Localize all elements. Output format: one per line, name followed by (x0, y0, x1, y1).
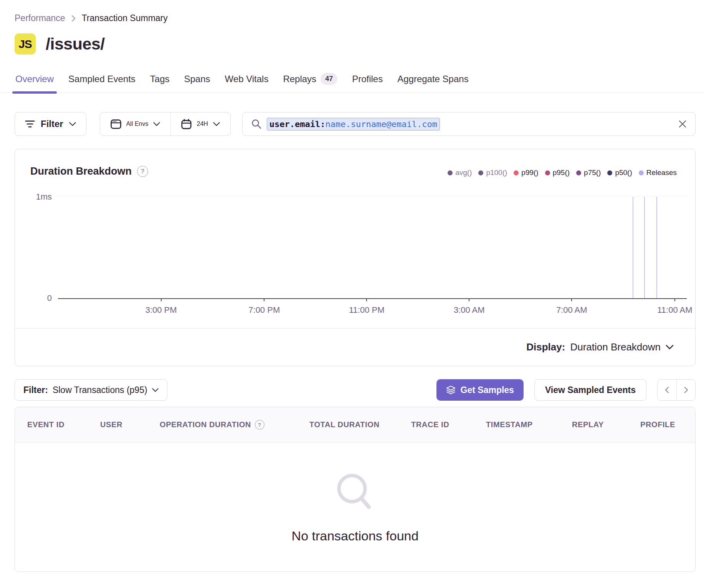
chevron-down-icon (152, 388, 159, 392)
column-label: PROFILE (640, 420, 675, 429)
table-empty-state: No transactions found (15, 443, 695, 571)
legend-dot (448, 170, 453, 175)
x-axis-label: 3:00 PM (145, 305, 177, 315)
tab-replays[interactable]: Replays 47 (282, 71, 338, 92)
legend-dot (514, 170, 519, 175)
search-query-token[interactable]: user.email:name.surname@email.com (267, 118, 440, 130)
tab-label: Tags (150, 74, 170, 84)
legend-label: p100() (486, 168, 507, 177)
page-title: /issues/ (46, 35, 105, 53)
breadcrumb-performance-link[interactable]: Performance (15, 13, 65, 23)
legend-item-releases[interactable]: Releases (639, 168, 677, 177)
tab-profiles[interactable]: Profiles (351, 71, 383, 92)
chevron-down-icon (153, 122, 160, 126)
tab-bar: Overview Sampled Events Tags Spans Web V… (0, 71, 704, 93)
tab-aggregate-spans[interactable]: Aggregate Spans (397, 71, 469, 92)
chevron-right-icon (684, 386, 688, 393)
legend-item-p95[interactable]: p95() (545, 168, 570, 177)
chart-legend: avg() p100() p99() p95() p75() p50() Rel… (448, 168, 677, 177)
layers-icon (446, 385, 456, 395)
search-input[interactable]: user.email:name.surname@email.com (242, 112, 696, 136)
legend-item-p75[interactable]: p75() (576, 168, 601, 177)
replays-count-badge: 47 (321, 73, 337, 85)
filter-controls-row: Filter All Envs (15, 112, 696, 136)
column-label: TOTAL DURATION (309, 420, 379, 429)
legend-item-p50[interactable]: p50() (607, 168, 632, 177)
transactions-table: EVENT ID USER OPERATION DURATION ? TOTAL… (15, 407, 696, 572)
search-token-key: user.email: (269, 119, 326, 129)
legend-item-p100[interactable]: p100() (478, 168, 507, 177)
column-label: TIMESTAMP (486, 420, 533, 429)
legend-item-p99[interactable]: p99() (514, 168, 538, 177)
get-samples-button[interactable]: Get Samples (436, 379, 524, 401)
table-header-row: EVENT ID USER OPERATION DURATION ? TOTAL… (15, 407, 695, 443)
search-icon (251, 119, 262, 129)
chart-plot-area[interactable]: 1ms 0 3:00 PM 7:00 PM 11:00 PM 3:00 AM 7… (58, 196, 687, 299)
calendar-icon (181, 119, 192, 129)
transaction-filter-selector[interactable]: Filter: Slow Transactions (p95) (15, 379, 167, 401)
legend-dot (639, 170, 644, 175)
filter-button[interactable]: Filter (15, 112, 86, 136)
window-icon (111, 119, 121, 129)
legend-item-avg[interactable]: avg() (448, 168, 472, 177)
legend-label: p95() (553, 168, 570, 177)
empty-search-icon (332, 471, 378, 517)
page-filter-group: All Envs 24H (100, 112, 231, 136)
release-marker-line[interactable] (633, 197, 633, 298)
x-axis-tick (161, 298, 162, 301)
column-label: REPLAY (572, 420, 604, 429)
chart-title: Duration Breakdown (30, 165, 132, 177)
operation-duration-help-icon[interactable]: ? (255, 420, 264, 429)
release-marker-line[interactable] (656, 197, 657, 298)
release-marker-line[interactable] (644, 197, 645, 298)
legend-label: avg() (455, 168, 472, 177)
empty-message: No transactions found (292, 529, 419, 543)
tab-web-vitals[interactable]: Web Vitals (224, 71, 269, 92)
column-header-profile: PROFILE (640, 420, 695, 429)
breadcrumb-current: Transaction Summary (82, 13, 168, 23)
tab-spans[interactable]: Spans (183, 71, 211, 92)
view-sampled-events-label: View Sampled Events (545, 385, 636, 395)
column-header-event-id: EVENT ID (27, 420, 100, 429)
date-range-value: 24H (197, 121, 208, 127)
display-selector[interactable]: Display: Duration Breakdown (526, 341, 674, 353)
legend-dot (607, 170, 612, 175)
tab-label: Spans (184, 74, 210, 84)
tab-label: Web Vitals (225, 74, 269, 84)
column-label: USER (100, 420, 122, 429)
x-axis-tick (366, 298, 367, 301)
tab-label: Profiles (352, 74, 383, 84)
filter-lines-icon (25, 120, 35, 128)
chevron-down-icon (666, 345, 674, 350)
chevron-down-icon (213, 122, 220, 126)
tab-overview[interactable]: Overview (15, 71, 55, 92)
column-label: EVENT ID (27, 420, 64, 429)
x-axis-label: 7:00 PM (248, 305, 280, 315)
legend-label: p75() (584, 168, 601, 177)
y-axis-top-label: 1ms (36, 192, 52, 202)
tab-sampled-events[interactable]: Sampled Events (68, 71, 136, 92)
legend-label: p50() (615, 168, 632, 177)
transaction-summary-page: Performance Transaction Summary JS /issu… (0, 0, 704, 588)
legend-dot (545, 170, 550, 175)
column-label: TRACE ID (411, 420, 449, 429)
previous-page-button[interactable] (658, 380, 676, 400)
tab-tags[interactable]: Tags (149, 71, 170, 92)
column-header-replay: REPLAY (572, 420, 640, 429)
tab-label: Replays (283, 74, 316, 84)
display-value: Duration Breakdown (570, 341, 661, 353)
breadcrumb-separator-icon (71, 15, 76, 22)
chevron-left-icon (665, 386, 669, 393)
next-page-button[interactable] (676, 380, 695, 400)
chevron-down-icon (69, 122, 76, 126)
title-row: JS /issues/ (15, 33, 696, 55)
legend-dot (478, 170, 483, 175)
date-range-selector[interactable]: 24H (171, 112, 230, 135)
search-token-value: name.surname@email.com (326, 119, 437, 129)
view-sampled-events-button[interactable]: View Sampled Events (534, 379, 646, 401)
chart-help-icon[interactable]: ? (137, 166, 148, 177)
clear-search-icon[interactable] (678, 120, 687, 128)
legend-dot (576, 170, 581, 175)
environment-value: All Envs (126, 121, 149, 127)
environment-selector[interactable]: All Envs (100, 112, 171, 135)
